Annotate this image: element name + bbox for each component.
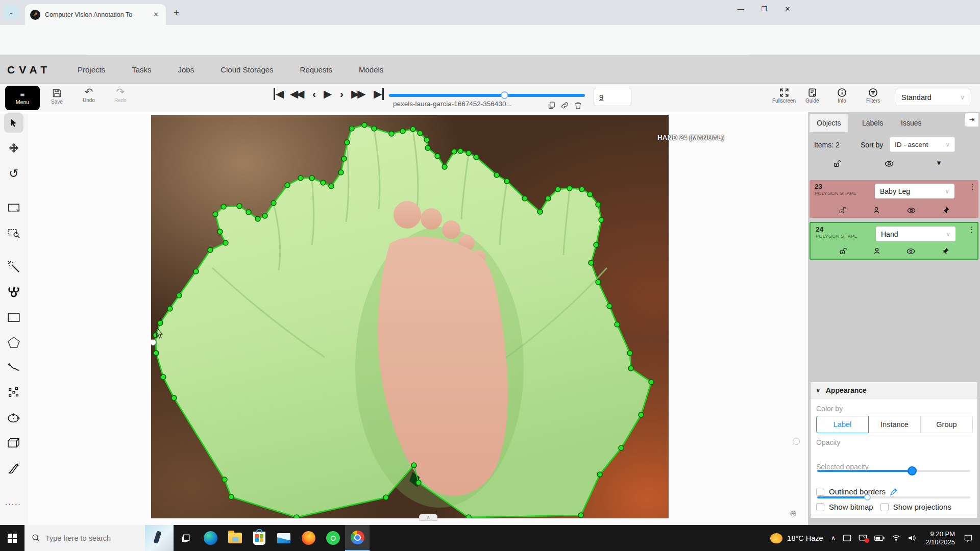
screen-share-icon[interactable] bbox=[859, 534, 867, 542]
previous-frame-button[interactable]: ‹ bbox=[312, 88, 316, 100]
draw-cuboid-tool[interactable] bbox=[4, 433, 23, 453]
eyedropper-icon[interactable] bbox=[890, 488, 898, 496]
zoom-indicator-icon[interactable]: ⊕ bbox=[790, 508, 797, 519]
mail-taskbar-icon[interactable] bbox=[272, 525, 296, 551]
filters-button[interactable]: Filters bbox=[866, 88, 880, 104]
fit-image-tool[interactable] bbox=[4, 198, 23, 217]
object-occluded-icon[interactable] bbox=[873, 247, 881, 256]
start-button[interactable] bbox=[0, 525, 24, 551]
window-minimize-button[interactable]: — bbox=[729, 0, 752, 18]
object-label-select[interactable]: Hand ∨ bbox=[876, 227, 955, 241]
object-label-select[interactable]: Baby Leg ∨ bbox=[875, 184, 954, 198]
tab-labels[interactable]: Labels bbox=[855, 114, 890, 132]
frame-number-input[interactable] bbox=[594, 88, 631, 106]
nav-requests[interactable]: Requests bbox=[300, 65, 332, 74]
selected-opacity-slider[interactable] bbox=[817, 496, 970, 498]
brush-tool[interactable] bbox=[4, 459, 23, 478]
weather-text[interactable]: 18°C Haze bbox=[787, 534, 823, 542]
object-hide-icon[interactable] bbox=[906, 247, 915, 256]
action-center-icon[interactable] bbox=[964, 534, 973, 542]
draw-polygon-tool[interactable] bbox=[4, 333, 23, 352]
whatsapp-taskbar-icon[interactable] bbox=[321, 525, 345, 551]
nav-tasks[interactable]: Tasks bbox=[132, 65, 151, 74]
lock-all-icon[interactable] bbox=[832, 159, 841, 168]
canvas-collapse-chevron[interactable]: ∧ bbox=[419, 514, 437, 521]
workspace-select[interactable]: Standard ∨ bbox=[895, 89, 971, 106]
store-taskbar-icon[interactable] bbox=[247, 525, 272, 551]
explorer-taskbar-icon[interactable] bbox=[223, 525, 247, 551]
move-tool[interactable] bbox=[4, 139, 23, 158]
opacity-slider-handle[interactable] bbox=[908, 466, 917, 475]
forward-frames-button[interactable]: ▶▶ bbox=[351, 88, 363, 100]
chrome-taskbar-icon[interactable] bbox=[345, 525, 370, 551]
volume-icon[interactable] bbox=[908, 534, 917, 542]
tab-objects[interactable]: Objects bbox=[810, 114, 848, 132]
draw-ellipse-tool[interactable] bbox=[4, 408, 23, 428]
task-view-button[interactable] bbox=[174, 525, 198, 551]
new-tab-button[interactable]: + bbox=[174, 7, 179, 18]
menu-button[interactable]: ≡ Menu bbox=[5, 86, 40, 110]
nav-jobs[interactable]: Jobs bbox=[178, 65, 194, 74]
opencv-tools[interactable] bbox=[4, 282, 23, 302]
outlined-borders-checkbox[interactable] bbox=[816, 488, 824, 496]
redo-button[interactable]: ↷ Redo bbox=[114, 87, 127, 103]
guide-button[interactable]: Guide bbox=[805, 88, 819, 104]
first-frame-button[interactable]: ◀ bbox=[274, 88, 284, 100]
backward-frames-button[interactable]: ◀◀ bbox=[290, 88, 302, 100]
object-row-24[interactable]: 24 POLYGON SHAPE Hand ∨ ⋮ bbox=[810, 222, 978, 260]
object-lock-icon[interactable] bbox=[838, 206, 846, 215]
battery-icon[interactable] bbox=[874, 535, 885, 541]
appearance-header[interactable]: ∨ Appearance bbox=[811, 382, 977, 398]
cvat-logo[interactable]: CVAT bbox=[7, 64, 51, 76]
next-frame-button[interactable]: › bbox=[340, 88, 344, 100]
show-bitmap-checkbox[interactable] bbox=[816, 503, 824, 511]
object-occluded-icon[interactable] bbox=[872, 206, 880, 215]
ai-tools[interactable] bbox=[4, 257, 23, 277]
last-frame-button[interactable]: ▶ bbox=[374, 88, 384, 100]
tray-expand-icon[interactable]: ∧ bbox=[831, 534, 836, 542]
search-daily-image[interactable] bbox=[145, 525, 174, 551]
image-frame[interactable] bbox=[151, 115, 669, 518]
tab-close-icon[interactable]: ✕ bbox=[151, 11, 161, 18]
toolbar-drag-handle[interactable]: ····· bbox=[5, 500, 21, 508]
color-by-label-option[interactable]: Label bbox=[816, 416, 869, 433]
taskbar-clock[interactable]: 9:20 PM 2/10/2025 bbox=[925, 530, 955, 546]
expand-all-icon[interactable]: ▼ bbox=[936, 159, 942, 167]
object-actions-icon[interactable]: ⋮ bbox=[968, 227, 975, 232]
color-by-group-option[interactable]: Group bbox=[921, 416, 973, 433]
nav-cloud-storages[interactable]: Cloud Storages bbox=[220, 65, 273, 74]
frame-slider-handle[interactable] bbox=[501, 91, 508, 99]
tab-search-chevron-icon[interactable]: ⌄ bbox=[4, 5, 18, 19]
firefox-taskbar-icon[interactable] bbox=[296, 525, 321, 551]
tablet-mode-icon[interactable] bbox=[843, 534, 851, 542]
play-button[interactable]: ▶ bbox=[324, 88, 332, 100]
select-region-tool[interactable] bbox=[4, 223, 23, 243]
window-close-button[interactable]: ✕ bbox=[776, 0, 799, 18]
taskbar-search[interactable] bbox=[24, 525, 174, 551]
frame-link-icon[interactable] bbox=[560, 101, 569, 110]
browser-tab[interactable]: Computer Vision Annotation To ✕ bbox=[25, 4, 166, 25]
info-button[interactable]: Info bbox=[837, 88, 847, 104]
show-projections-checkbox[interactable] bbox=[880, 503, 889, 511]
fullscreen-button[interactable]: Fullscreen bbox=[772, 88, 796, 104]
save-button[interactable]: Save bbox=[51, 88, 63, 105]
object-pin-icon[interactable] bbox=[942, 206, 950, 215]
object-row-23[interactable]: 23 POLYGON SHAPE Baby Leg ∨ ⋮ bbox=[810, 180, 978, 218]
sort-select[interactable]: ID - ascent ∨ bbox=[890, 137, 955, 152]
draw-points-tool[interactable] bbox=[4, 383, 23, 402]
hide-all-icon[interactable] bbox=[885, 159, 894, 168]
draw-polyline-tool[interactable] bbox=[4, 358, 23, 377]
rotate-tool[interactable]: ↺ bbox=[4, 164, 23, 183]
delete-frame-icon[interactable] bbox=[574, 101, 582, 110]
tab-issues[interactable]: Issues bbox=[894, 114, 928, 132]
search-input[interactable] bbox=[45, 534, 142, 542]
copy-filename-icon[interactable] bbox=[547, 101, 556, 110]
object-actions-icon[interactable]: ⋮ bbox=[969, 184, 976, 189]
draw-rectangle-tool[interactable] bbox=[4, 308, 23, 327]
window-maximize-button[interactable]: ❐ bbox=[752, 0, 776, 18]
object-lock-icon[interactable] bbox=[839, 247, 847, 256]
sidebar-collapse-icon[interactable]: ⇥ bbox=[965, 113, 978, 127]
nav-models[interactable]: Models bbox=[359, 65, 383, 74]
object-hide-icon[interactable] bbox=[907, 206, 916, 215]
nav-projects[interactable]: Projects bbox=[78, 65, 105, 74]
